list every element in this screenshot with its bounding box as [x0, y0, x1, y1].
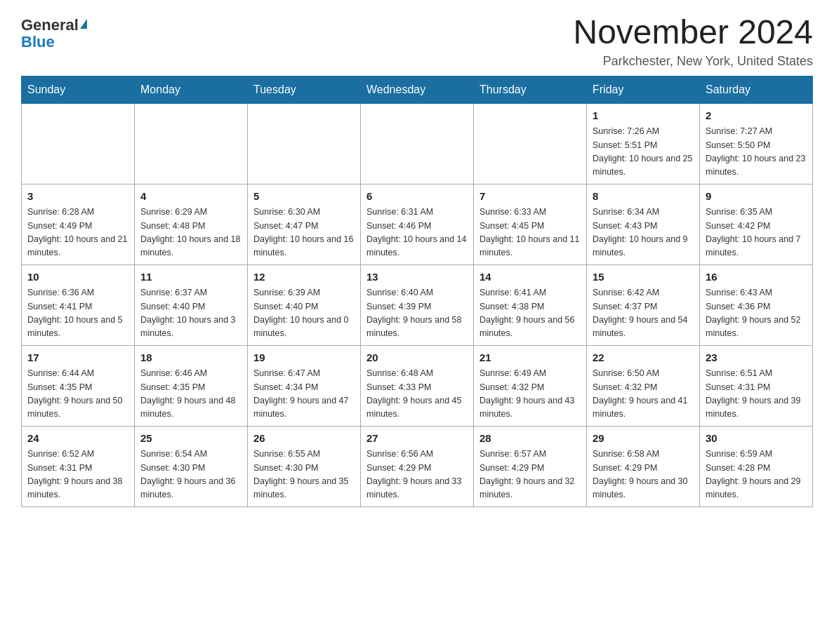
day-info: Sunrise: 6:48 AMSunset: 4:33 PMDaylight:… [366, 367, 468, 422]
day-number: 17 [27, 350, 128, 366]
day-number: 4 [140, 189, 241, 205]
calendar-cell: 3Sunrise: 6:28 AMSunset: 4:49 PMDaylight… [22, 184, 135, 264]
calendar-week-row: 17Sunrise: 6:44 AMSunset: 4:35 PMDayligh… [22, 345, 813, 426]
calendar-cell: 10Sunrise: 6:36 AMSunset: 4:41 PMDayligh… [22, 264, 135, 345]
location: Parkchester, New York, United States [573, 54, 813, 69]
calendar-cell: 5Sunrise: 6:30 AMSunset: 4:47 PMDaylight… [248, 184, 361, 264]
logo: General Blue [21, 14, 87, 51]
day-number: 27 [366, 431, 468, 447]
day-number: 21 [479, 350, 581, 366]
calendar-cell: 25Sunrise: 6:54 AMSunset: 4:30 PMDayligh… [135, 426, 248, 507]
day-info: Sunrise: 6:58 AMSunset: 4:29 PMDaylight:… [593, 448, 694, 502]
day-info: Sunrise: 6:57 AMSunset: 4:29 PMDaylight:… [479, 448, 581, 502]
calendar-cell: 19Sunrise: 6:47 AMSunset: 4:34 PMDayligh… [248, 345, 361, 426]
day-number: 22 [593, 350, 694, 366]
day-number: 9 [706, 189, 807, 205]
calendar-cell [135, 103, 248, 184]
header-friday: Friday [587, 76, 700, 103]
day-info: Sunrise: 6:44 AMSunset: 4:35 PMDaylight:… [27, 367, 128, 422]
day-info: Sunrise: 6:52 AMSunset: 4:31 PMDaylight:… [27, 448, 128, 502]
calendar-week-row: 1Sunrise: 7:26 AMSunset: 5:51 PMDaylight… [22, 103, 813, 184]
day-info: Sunrise: 6:50 AMSunset: 4:32 PMDaylight:… [593, 367, 694, 422]
day-info: Sunrise: 6:30 AMSunset: 4:47 PMDaylight:… [253, 206, 355, 260]
title-section: November 2024 Parkchester, New York, Uni… [573, 14, 813, 69]
day-info: Sunrise: 6:29 AMSunset: 4:48 PMDaylight:… [140, 206, 241, 260]
day-info: Sunrise: 6:59 AMSunset: 4:28 PMDaylight:… [706, 448, 807, 502]
header-wednesday: Wednesday [361, 76, 474, 103]
day-number: 5 [253, 189, 355, 205]
day-number: 6 [366, 189, 468, 205]
logo-general: General [21, 18, 79, 33]
logo-triangle-icon [80, 19, 87, 29]
calendar-cell: 30Sunrise: 6:59 AMSunset: 4:28 PMDayligh… [700, 426, 813, 507]
day-number: 10 [27, 269, 128, 286]
logo-blue: Blue [21, 33, 55, 51]
day-info: Sunrise: 6:47 AMSunset: 4:34 PMDaylight:… [253, 367, 355, 422]
day-number: 26 [253, 431, 355, 447]
day-number: 18 [140, 350, 241, 366]
calendar-cell: 28Sunrise: 6:57 AMSunset: 4:29 PMDayligh… [474, 426, 587, 507]
day-info: Sunrise: 7:26 AMSunset: 5:51 PMDaylight:… [593, 125, 694, 180]
day-info: Sunrise: 6:49 AMSunset: 4:32 PMDaylight:… [479, 367, 581, 422]
day-number: 23 [706, 350, 807, 366]
calendar-cell: 9Sunrise: 6:35 AMSunset: 4:42 PMDaylight… [700, 184, 813, 264]
day-info: Sunrise: 6:31 AMSunset: 4:46 PMDaylight:… [366, 206, 468, 260]
day-number: 19 [253, 350, 355, 366]
calendar-cell: 27Sunrise: 6:56 AMSunset: 4:29 PMDayligh… [361, 426, 474, 507]
calendar-cell: 14Sunrise: 6:41 AMSunset: 4:38 PMDayligh… [474, 264, 587, 345]
day-number: 25 [140, 431, 241, 447]
calendar-cell: 18Sunrise: 6:46 AMSunset: 4:35 PMDayligh… [135, 345, 248, 426]
day-number: 16 [706, 269, 807, 286]
day-info: Sunrise: 6:54 AMSunset: 4:30 PMDaylight:… [140, 448, 241, 502]
calendar-cell: 22Sunrise: 6:50 AMSunset: 4:32 PMDayligh… [587, 345, 700, 426]
header-tuesday: Tuesday [248, 76, 361, 103]
day-info: Sunrise: 6:51 AMSunset: 4:31 PMDaylight:… [706, 367, 807, 422]
month-title: November 2024 [573, 14, 813, 51]
calendar-header-row: SundayMondayTuesdayWednesdayThursdayFrid… [22, 76, 813, 103]
day-info: Sunrise: 6:35 AMSunset: 4:42 PMDaylight:… [706, 206, 807, 260]
header-sunday: Sunday [22, 76, 135, 103]
day-number: 15 [593, 269, 694, 286]
day-info: Sunrise: 6:28 AMSunset: 4:49 PMDaylight:… [27, 206, 128, 260]
header-monday: Monday [135, 76, 248, 103]
day-number: 11 [140, 269, 241, 286]
day-info: Sunrise: 6:46 AMSunset: 4:35 PMDaylight:… [140, 367, 241, 422]
calendar-cell: 11Sunrise: 6:37 AMSunset: 4:40 PMDayligh… [135, 264, 248, 345]
calendar-cell: 13Sunrise: 6:40 AMSunset: 4:39 PMDayligh… [361, 264, 474, 345]
calendar-cell: 21Sunrise: 6:49 AMSunset: 4:32 PMDayligh… [474, 345, 587, 426]
day-number: 7 [479, 189, 581, 205]
day-number: 1 [593, 108, 694, 124]
day-number: 3 [27, 189, 128, 205]
day-number: 28 [479, 431, 581, 447]
day-info: Sunrise: 7:27 AMSunset: 5:50 PMDaylight:… [706, 125, 807, 180]
calendar-cell: 12Sunrise: 6:39 AMSunset: 4:40 PMDayligh… [248, 264, 361, 345]
calendar-cell: 4Sunrise: 6:29 AMSunset: 4:48 PMDaylight… [135, 184, 248, 264]
day-info: Sunrise: 6:39 AMSunset: 4:40 PMDaylight:… [253, 286, 355, 341]
calendar-cell: 26Sunrise: 6:55 AMSunset: 4:30 PMDayligh… [248, 426, 361, 507]
calendar-cell: 2Sunrise: 7:27 AMSunset: 5:50 PMDaylight… [700, 103, 813, 184]
day-number: 20 [366, 350, 468, 366]
page-header: General Blue November 2024 Parkchester, … [21, 14, 813, 69]
calendar-cell [474, 103, 587, 184]
day-number: 2 [706, 108, 807, 124]
day-info: Sunrise: 6:42 AMSunset: 4:37 PMDaylight:… [593, 286, 694, 341]
day-info: Sunrise: 6:36 AMSunset: 4:41 PMDaylight:… [27, 286, 128, 341]
header-saturday: Saturday [700, 76, 813, 103]
day-number: 30 [706, 431, 807, 447]
calendar-cell [22, 103, 135, 184]
calendar-cell: 20Sunrise: 6:48 AMSunset: 4:33 PMDayligh… [361, 345, 474, 426]
day-number: 13 [366, 269, 468, 286]
day-info: Sunrise: 6:33 AMSunset: 4:45 PMDaylight:… [479, 206, 581, 260]
calendar-week-row: 10Sunrise: 6:36 AMSunset: 4:41 PMDayligh… [22, 264, 813, 345]
calendar-cell: 1Sunrise: 7:26 AMSunset: 5:51 PMDaylight… [587, 103, 700, 184]
day-number: 12 [253, 269, 355, 286]
day-info: Sunrise: 6:34 AMSunset: 4:43 PMDaylight:… [593, 206, 694, 260]
calendar-cell [361, 103, 474, 184]
calendar-cell: 29Sunrise: 6:58 AMSunset: 4:29 PMDayligh… [587, 426, 700, 507]
header-thursday: Thursday [474, 76, 587, 103]
day-number: 8 [593, 189, 694, 205]
calendar-cell: 7Sunrise: 6:33 AMSunset: 4:45 PMDaylight… [474, 184, 587, 264]
day-info: Sunrise: 6:55 AMSunset: 4:30 PMDaylight:… [253, 448, 355, 502]
day-number: 24 [27, 431, 128, 447]
calendar-cell [248, 103, 361, 184]
